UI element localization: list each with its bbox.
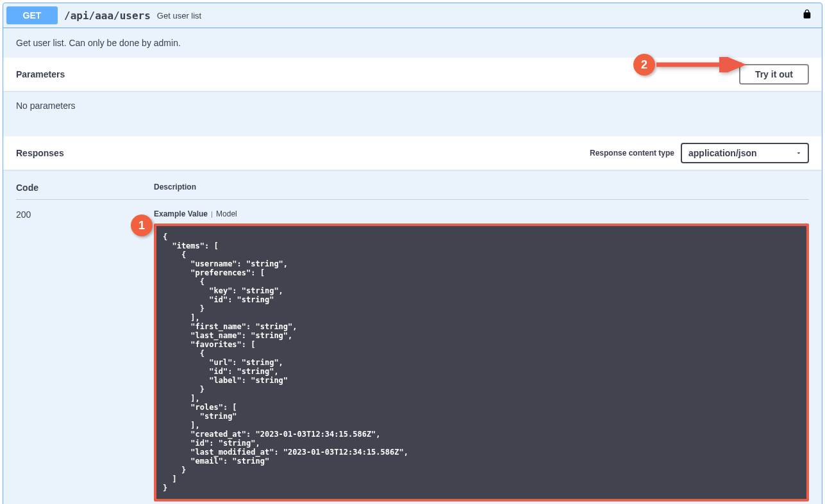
responses-table-head: Code Description <box>16 183 809 200</box>
example-value-code[interactable]: { "items": [ { "username": "string", "pr… <box>156 226 806 499</box>
response-code: 200 <box>16 209 154 501</box>
annotation-1-circle: 1 <box>131 215 153 236</box>
annotation-2: 2 <box>633 54 751 76</box>
annotation-1: 1 <box>131 215 153 236</box>
example-code-highlight: { "items": [ { "username": "string", "pr… <box>154 224 809 501</box>
lock-icon[interactable] <box>796 8 819 23</box>
endpoint-summary: Get user list <box>157 11 796 20</box>
parameters-title: Parameters <box>16 69 65 79</box>
parameters-body: No parameters <box>3 91 822 136</box>
column-description-header: Description <box>154 183 809 193</box>
api-operation-block: GET /api/aaa/users Get user list Get use… <box>3 3 822 504</box>
tab-model[interactable]: Model <box>216 209 237 218</box>
operation-body: Get user list. Can only be done by admin… <box>3 28 822 504</box>
model-tabs: Example ValueModel <box>154 209 809 218</box>
content-type-controls: Response content type application/json <box>590 143 809 163</box>
responses-table: Code Description 200 Example ValueModel … <box>3 170 822 504</box>
response-row: 200 Example ValueModel 1 { "items": [ { … <box>16 209 809 501</box>
column-code-header: Code <box>16 183 154 193</box>
tab-example-value[interactable]: Example Value <box>154 209 208 218</box>
content-type-label: Response content type <box>590 149 674 158</box>
content-type-select[interactable]: application/json <box>681 143 809 163</box>
http-method-badge: GET <box>6 6 58 24</box>
annotation-2-arrow-icon <box>655 57 751 72</box>
annotation-2-circle: 2 <box>633 54 655 76</box>
parameters-header: Parameters Try it out 2 <box>3 58 822 91</box>
endpoint-path: /api/aaa/users <box>64 10 151 22</box>
responses-header: Responses Response content type applicat… <box>3 136 822 170</box>
tab-separator <box>212 211 212 218</box>
responses-title: Responses <box>16 148 64 158</box>
operation-summary-row[interactable]: GET /api/aaa/users Get user list <box>3 3 822 28</box>
response-description-body: Example ValueModel 1 { "items": [ { "use… <box>154 209 809 501</box>
